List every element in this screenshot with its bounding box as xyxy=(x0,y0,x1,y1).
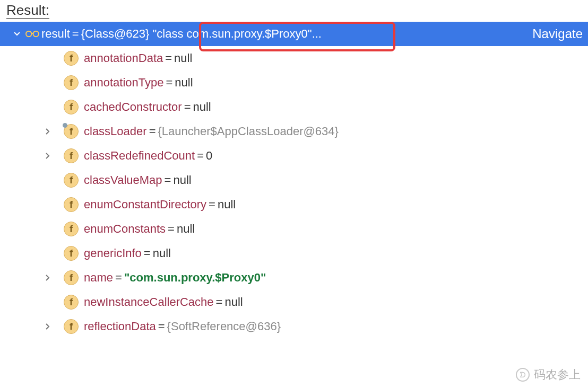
chevron-right-icon[interactable] xyxy=(42,152,53,160)
field-icon: f xyxy=(64,124,79,139)
tree-field-row[interactable]: f name = "com.sun.proxy.$Proxy0" xyxy=(0,266,588,290)
field-icon: f xyxy=(64,173,79,188)
chevron-down-icon[interactable] xyxy=(12,30,22,38)
field-value: null xyxy=(177,222,195,236)
tree-field-row[interactable]: f cachedConstructor = null xyxy=(0,95,588,119)
field-name: annotationData xyxy=(84,51,163,65)
watch-icon xyxy=(24,29,40,39)
field-icon: f xyxy=(64,75,79,90)
root-var-name: result xyxy=(41,27,70,41)
field-value: {Launcher$AppClassLoader@634} xyxy=(158,125,339,138)
equals-sign: = xyxy=(206,198,218,211)
equals-sign: = xyxy=(195,149,206,163)
field-icon: f xyxy=(64,100,79,114)
field-icon: f xyxy=(64,222,79,236)
equals-sign: = xyxy=(163,51,174,65)
field-name: annotationType xyxy=(84,76,163,90)
result-header: Result: xyxy=(0,0,588,22)
equals-sign: = xyxy=(147,125,158,138)
field-value: null xyxy=(218,198,236,211)
field-value: null xyxy=(175,76,193,90)
field-name: genericInfo xyxy=(84,246,142,260)
chevron-right-icon[interactable] xyxy=(42,323,53,330)
field-value: null xyxy=(173,173,191,187)
field-value: null xyxy=(174,51,192,65)
field-value: 0 xyxy=(206,149,212,163)
field-name: name xyxy=(84,271,113,285)
equals-sign: = xyxy=(214,295,225,309)
equals-sign: = xyxy=(113,271,124,285)
tree-root-row[interactable]: result = {Class@623} "class com.sun.prox… xyxy=(0,22,588,46)
field-icon: f xyxy=(64,319,79,334)
field-name: classLoader xyxy=(84,125,147,138)
tree-field-row[interactable]: f annotationType = null xyxy=(0,70,588,95)
tree-field-row[interactable]: f classValueMap = null xyxy=(0,168,588,192)
field-name: enumConstants xyxy=(84,222,166,236)
svg-point-0 xyxy=(26,31,32,37)
equals-sign: = xyxy=(70,27,81,41)
field-name: classValueMap xyxy=(84,173,162,187)
tree-field-row[interactable]: f annotationData = null xyxy=(0,46,588,70)
field-icon: f xyxy=(64,51,79,66)
watermark-text: 码农参上 xyxy=(534,367,581,383)
tree-field-row[interactable]: f classRedefinedCount = 0 xyxy=(0,144,588,168)
tree-field-row[interactable]: f reflectionData = {SoftReference@636} xyxy=(0,314,588,339)
chevron-right-icon[interactable] xyxy=(42,274,53,281)
field-name: reflectionData xyxy=(84,320,156,333)
watermark: ᗤ 码农参上 xyxy=(516,367,581,383)
root-value-string: "class com.sun.proxy.$Proxy0"... xyxy=(153,27,322,41)
field-value: null xyxy=(193,100,211,114)
field-icon: f xyxy=(64,295,79,310)
svg-point-1 xyxy=(33,31,39,37)
field-name: newInstanceCallerCache xyxy=(84,295,214,309)
equals-sign: = xyxy=(163,76,175,90)
field-value: {SoftReference@636} xyxy=(167,320,281,333)
tree-field-row[interactable]: f genericInfo = null xyxy=(0,241,588,266)
equals-sign: = xyxy=(166,222,177,236)
variables-tree: result = {Class@623} "class com.sun.prox… xyxy=(0,22,588,339)
tree-field-row[interactable]: f enumConstantDirectory = null xyxy=(0,192,588,217)
tree-field-row[interactable]: f classLoader = {Launcher$AppClassLoader… xyxy=(0,119,588,144)
field-icon: f xyxy=(64,148,79,163)
watermark-icon: ᗤ xyxy=(516,368,530,382)
field-name: enumConstantDirectory xyxy=(84,198,206,211)
result-label: Result: xyxy=(6,2,49,19)
field-value: null xyxy=(224,295,243,309)
root-type-ref: {Class@623} xyxy=(81,27,150,41)
field-name: cachedConstructor xyxy=(84,100,182,114)
field-value: null xyxy=(153,246,171,260)
field-icon: f xyxy=(64,246,79,261)
field-value: "com.sun.proxy.$Proxy0" xyxy=(124,271,266,285)
equals-sign: = xyxy=(182,100,193,114)
field-name: classRedefinedCount xyxy=(84,149,195,163)
tree-field-row[interactable]: f enumConstants = null xyxy=(0,217,588,241)
equals-sign: = xyxy=(156,320,167,333)
navigate-link[interactable]: Navigate xyxy=(532,27,583,41)
equals-sign: = xyxy=(142,246,153,260)
field-icon: f xyxy=(64,270,79,285)
chevron-right-icon[interactable] xyxy=(42,128,53,135)
equals-sign: = xyxy=(162,173,174,187)
field-icon: f xyxy=(64,197,79,212)
tree-field-row[interactable]: f newInstanceCallerCache = null xyxy=(0,290,588,314)
